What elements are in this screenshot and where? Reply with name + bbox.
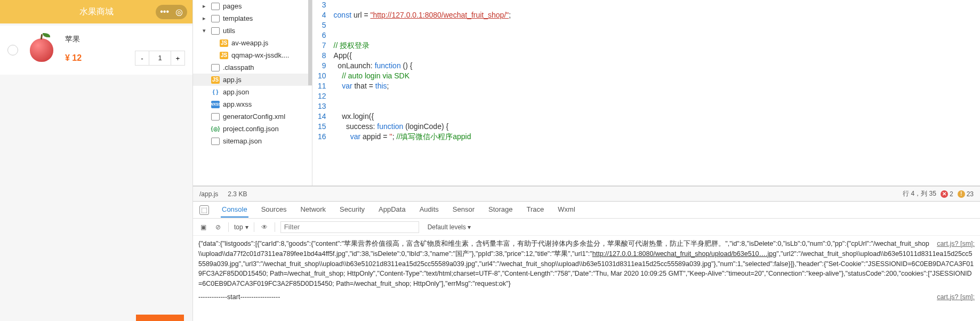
code-lines[interactable]: const url = "http://127.0.0.1:8080/wecha… (334, 0, 980, 186)
element-picker-icon[interactable]: ⬚ (199, 205, 209, 215)
tree-scrollbar[interactable] (308, 0, 312, 85)
qty-plus-button[interactable]: + (171, 51, 184, 65)
tab-console[interactable]: Console (221, 202, 248, 218)
sidebar-toggle-icon[interactable]: ▣ (198, 222, 208, 232)
tab-security[interactable]: Security (339, 202, 366, 218)
simulator-panel: 水果商城 ••• ◎ 苹果 ¥ 12 - 1 + (0, 0, 193, 321)
tree-item-generatorconfig-xml[interactable]: generatorConfig.xml (193, 110, 312, 123)
cursor-position: 行 4，列 35 (903, 189, 936, 198)
tree-item-sitemap-json[interactable]: sitemap.json (193, 135, 312, 147)
console-output[interactable]: cart.js? [sm]: {"data":{"listgoods":[{"c… (193, 236, 980, 321)
tab-network[interactable]: Network (299, 202, 327, 218)
clear-console-icon[interactable]: ⊘ (213, 222, 223, 232)
warning-badge[interactable]: !23 (958, 190, 974, 198)
capsule-button[interactable]: ••• ◎ (156, 5, 187, 19)
tab-storage[interactable]: Storage (487, 202, 514, 218)
live-expression-icon[interactable]: 👁 (260, 222, 269, 232)
code-editor[interactable]: 345678910111213141516 const url = "http:… (312, 0, 980, 186)
console-toolbar: ▣ ⊘ top ▾ 👁 Default levels ▾ (193, 219, 980, 236)
devtools-panel: ⬚ ConsoleSourcesNetworkSecurityAppDataAu… (193, 201, 980, 321)
qty-value: 1 (149, 51, 171, 65)
tab-appdata[interactable]: AppData (377, 202, 407, 218)
editor-statusbar: /app.js 2.3 KB 行 4，列 35 ✕2 !23 (193, 186, 980, 201)
page-title: 水果商城 (79, 6, 114, 18)
status-filepath: /app.js (199, 190, 218, 198)
simulator-navbar: 水果商城 ••• ◎ (0, 0, 192, 23)
tree-item-pages[interactable]: ▸pages (193, 0, 312, 12)
tree-item--classpath[interactable]: .classpath (193, 61, 312, 74)
console-filter-input[interactable] (280, 221, 419, 233)
devtools-tabs: ⬚ ConsoleSourcesNetworkSecurityAppDataAu… (193, 202, 980, 219)
context-selector[interactable]: top ▾ (234, 223, 248, 231)
close-target-icon[interactable]: ◎ (175, 7, 183, 17)
menu-icon[interactable]: ••• (160, 7, 169, 17)
tree-item-templates[interactable]: ▸templates (193, 12, 312, 25)
tree-item-app-js[interactable]: JSapp.js (193, 74, 312, 86)
tab-sensor[interactable]: Sensor (452, 202, 476, 218)
source-link[interactable]: cart.js? [sm]: (937, 239, 975, 249)
log-level-selector[interactable]: Default levels ▾ (428, 223, 471, 231)
source-link[interactable]: cart.js? [sm]: (937, 292, 975, 302)
console-text: -------------start------------------ (198, 293, 280, 301)
error-badge[interactable]: ✕2 (941, 190, 953, 198)
console-log-row[interactable]: cart.js? [sm]: {"data":{"listgoods":[{"c… (198, 239, 975, 289)
tab-sources[interactable]: Sources (260, 202, 288, 218)
status-filesize: 2.3 KB (228, 190, 247, 198)
tab-wxml[interactable]: Wxml (557, 202, 576, 218)
product-name: 苹果 (65, 35, 185, 44)
tab-trace[interactable]: Trace (526, 202, 545, 218)
tree-item-app-wxss[interactable]: WXSSapp.wxss (193, 98, 312, 110)
tree-item-qqmap-wx-jssdk-[interactable]: JSqqmap-wx-jssdk.... (193, 49, 312, 61)
tree-item-app-json[interactable]: { }app.json (193, 86, 312, 98)
tab-audits[interactable]: Audits (419, 202, 440, 218)
ide-main: ▸pages▸templates▾utilsJSav-weapp.jsJSqqm… (193, 0, 980, 321)
product-price: ¥ 12 (65, 53, 82, 63)
qty-minus-button[interactable]: - (135, 51, 149, 65)
tree-item-utils[interactable]: ▾utils (193, 25, 312, 37)
checkout-button[interactable] (136, 315, 184, 321)
line-gutter: 345678910111213141516 (312, 0, 334, 186)
file-tree[interactable]: ▸pages▸templates▾utilsJSav-weapp.jsJSqqm… (193, 0, 312, 186)
product-image (25, 33, 59, 67)
tree-item-av-weapp-js[interactable]: JSav-weapp.js (193, 37, 312, 49)
select-checkbox[interactable] (7, 45, 18, 55)
console-log-row[interactable]: cart.js? [sm]: -------------start-------… (198, 292, 975, 302)
tree-item-project-config-json[interactable]: {◎}project.config.json (193, 123, 312, 135)
quantity-stepper: - 1 + (135, 51, 185, 66)
cart-item[interactable]: 苹果 ¥ 12 - 1 + (0, 26, 192, 75)
